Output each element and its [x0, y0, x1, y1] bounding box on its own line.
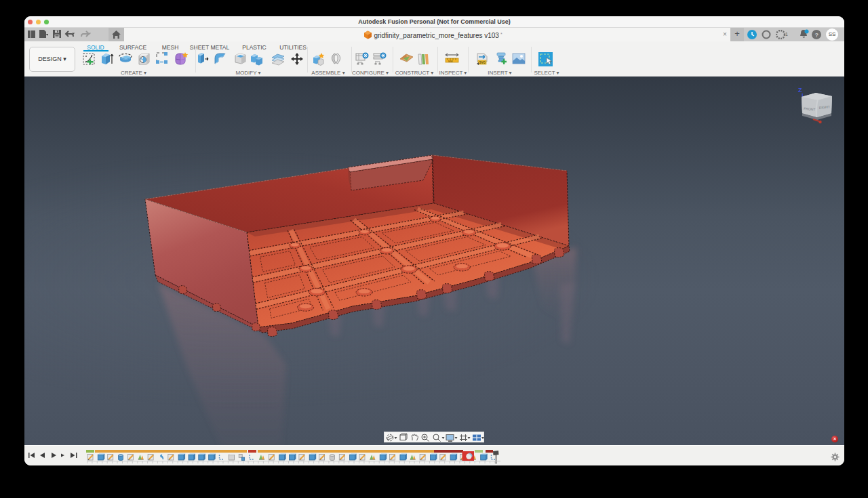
svg-text:1: 1 — [785, 32, 788, 37]
svg-text:Z: Z — [798, 87, 802, 94]
svg-text:MM: MM — [448, 60, 453, 63]
svg-text:?: ? — [815, 32, 819, 39]
svg-text:SVG: SVG — [479, 61, 486, 64]
